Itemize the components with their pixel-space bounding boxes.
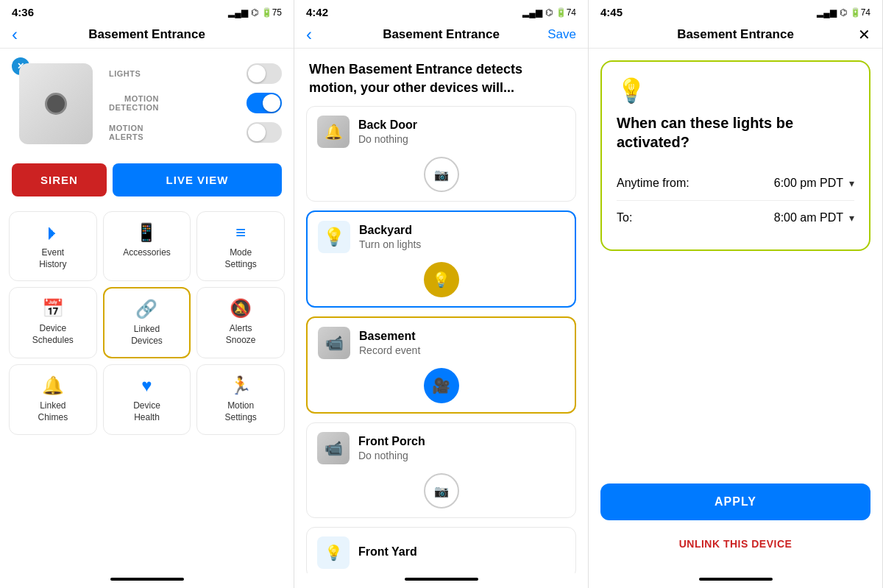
panel-motion-devices: 4:42 ▂▄▆ ⌬ 🔋74 ‹ Basement Entrance Save … bbox=[294, 0, 589, 588]
linked-devices-label: LinkedDevices bbox=[131, 324, 163, 347]
signal-icon-3: ▂▄▆ bbox=[817, 7, 837, 18]
linked-chimes-label: LinkedChimes bbox=[38, 400, 68, 423]
wifi-icon-2: ⌬ bbox=[545, 7, 553, 18]
lights-label: LIGHTS bbox=[109, 69, 141, 78]
status-icons-1: ▂▄▆ ⌬ 🔋75 bbox=[228, 7, 282, 18]
back-button-1[interactable]: ‹ bbox=[12, 24, 18, 45]
device-health-icon: ♥ bbox=[141, 375, 152, 396]
device-item-front-yard[interactable]: 💡 Front Yard bbox=[306, 527, 576, 573]
motion-detection-toggle[interactable] bbox=[247, 93, 282, 113]
anytime-from-row[interactable]: Anytime from: 6:00 pm PDT ▾ bbox=[617, 166, 854, 201]
grid-item-mode-settings[interactable]: ≡ ModeSettings bbox=[196, 211, 285, 281]
apply-button[interactable]: APPLY bbox=[600, 483, 870, 520]
grid-item-event-history[interactable]: ⏵ EventHistory bbox=[9, 211, 97, 281]
grid-item-device-schedules[interactable]: 📅 DeviceSchedules bbox=[9, 287, 97, 358]
lights-question: When can these lights be activated? bbox=[617, 113, 854, 152]
front-porch-action-btn: 📷 bbox=[317, 473, 565, 509]
lights-card-icon: 💡 bbox=[617, 77, 854, 105]
event-history-icon: ⏵ bbox=[44, 222, 62, 243]
record-icon-basement: 🎥 bbox=[432, 377, 450, 394]
home-bar-line-1 bbox=[110, 578, 184, 581]
device-health-label: DeviceHealth bbox=[133, 400, 160, 423]
status-icons-3: ▂▄▆ ⌬ 🔋74 bbox=[817, 7, 870, 18]
motion-settings-icon: 🏃 bbox=[230, 375, 252, 396]
controls-section: LIGHTS MOTIONDETECTION MOTIONALERTS bbox=[109, 57, 282, 143]
backyard-action-circle[interactable]: 💡 bbox=[424, 262, 459, 297]
mode-settings-icon: ≡ bbox=[235, 222, 246, 243]
grid-item-linked-devices[interactable]: 🔗 LinkedDevices bbox=[103, 287, 191, 358]
motion-detection-row: MOTIONDETECTION bbox=[109, 93, 282, 113]
accessories-label: Accessories bbox=[123, 247, 171, 259]
accessories-icon: 📱 bbox=[135, 222, 157, 243]
save-button[interactable]: Save bbox=[547, 27, 576, 42]
unlink-button[interactable]: UNLINK THIS DEVICE bbox=[600, 532, 870, 556]
home-bar-2 bbox=[294, 573, 588, 588]
grid-section: ⏵ EventHistory 📱 Accessories ≡ ModeSetti… bbox=[0, 205, 294, 573]
alerts-snooze-label: AlertsSnooze bbox=[226, 323, 256, 346]
device-name-basement: Basement bbox=[359, 330, 564, 343]
device-thumb-back-door: 🔔 bbox=[317, 116, 350, 148]
back-door-action-btn: 📷 bbox=[317, 157, 565, 192]
grid-item-device-health[interactable]: ♥ DeviceHealth bbox=[103, 364, 191, 434]
device-schedules-icon: 📅 bbox=[42, 298, 64, 319]
lights-toggle[interactable] bbox=[247, 63, 282, 84]
motion-alerts-row: MOTIONALERTS bbox=[109, 122, 282, 143]
linked-chimes-icon: 🔔 bbox=[42, 375, 64, 396]
back-button-2[interactable]: ‹ bbox=[306, 24, 312, 45]
motion-settings-label: MotionSettings bbox=[224, 400, 256, 423]
status-bar-2: 4:42 ▂▄▆ ⌬ 🔋74 bbox=[294, 0, 588, 21]
status-time-1: 4:36 bbox=[12, 6, 34, 18]
device-thumb-backyard: 💡 bbox=[318, 221, 350, 253]
lights-schedule-card: 💡 When can these lights be activated? An… bbox=[600, 60, 870, 251]
device-header-basement: 📹 Basement Record event bbox=[308, 318, 575, 368]
feature-grid: ⏵ EventHistory 📱 Accessories ≡ ModeSetti… bbox=[9, 211, 285, 435]
home-bar-3 bbox=[589, 573, 882, 588]
panel-lights-schedule: 4:45 ▂▄▆ ⌬ 🔋74 Basement Entrance ✕ 💡 Whe… bbox=[589, 0, 883, 588]
event-history-label: EventHistory bbox=[39, 247, 66, 270]
alerts-toggle-knob bbox=[248, 124, 266, 141]
signal-icon: ▂▄▆ bbox=[228, 7, 248, 18]
mode-settings-label: ModeSettings bbox=[224, 247, 256, 270]
back-door-action-circle[interactable]: 📷 bbox=[424, 157, 459, 192]
device-item-basement[interactable]: 📹 Basement Record event 🎥 bbox=[306, 316, 576, 414]
battery-icon-2: 🔋74 bbox=[556, 7, 576, 18]
device-item-front-porch[interactable]: 📹 Front Porch Do nothing 📷 bbox=[306, 422, 576, 518]
device-info-backyard: Backyard Turn on lights bbox=[359, 224, 564, 250]
to-label: To: bbox=[617, 211, 632, 224]
status-icons-2: ▂▄▆ ⌬ 🔋74 bbox=[522, 7, 576, 18]
to-time: 8:00 am PDT bbox=[774, 211, 843, 224]
panel3-bottom: APPLY UNLINK THIS DEVICE bbox=[589, 483, 882, 573]
to-value: 8:00 am PDT ▾ bbox=[774, 211, 854, 224]
device-item-backyard[interactable]: 💡 Backyard Turn on lights 💡 bbox=[306, 210, 576, 308]
signal-icon-2: ▂▄▆ bbox=[522, 7, 542, 18]
device-header-front-yard: 💡 Front Yard bbox=[307, 528, 575, 573]
camera-icon-front-porch: 📹 bbox=[325, 439, 343, 457]
status-time-2: 4:42 bbox=[306, 6, 328, 18]
to-row[interactable]: To: 8:00 am PDT ▾ bbox=[617, 201, 854, 235]
status-bar-3: 4:45 ▂▄▆ ⌬ 🔋74 bbox=[589, 0, 882, 21]
grid-item-linked-chimes[interactable]: 🔔 LinkedChimes bbox=[9, 364, 97, 434]
basement-action-circle[interactable]: 🎥 bbox=[424, 368, 459, 403]
battery-icon: 🔋75 bbox=[261, 7, 282, 18]
front-porch-action-circle[interactable]: 📷 bbox=[424, 473, 459, 509]
basement-action-btn: 🎥 bbox=[318, 368, 564, 403]
panel3-title: Basement Entrance bbox=[677, 27, 794, 42]
device-schedules-label: DeviceSchedules bbox=[32, 323, 74, 346]
live-view-button[interactable]: LIVE VIEW bbox=[113, 163, 282, 196]
battery-icon-3: 🔋74 bbox=[850, 7, 870, 18]
camera-icon-fp: 📷 bbox=[434, 484, 449, 498]
grid-item-motion-settings[interactable]: 🏃 MotionSettings bbox=[196, 364, 285, 434]
device-item-back-door[interactable]: 🔔 Back Door Do nothing 📷 bbox=[306, 106, 576, 202]
close-button[interactable]: ✕ bbox=[858, 26, 870, 43]
device-info-back-door: Back Door Do nothing bbox=[358, 118, 565, 145]
grid-item-alerts-snooze[interactable]: 🔕 AlertsSnooze bbox=[196, 287, 285, 358]
camera-section: ✕ LIGHTS MOTIONDETECTION MOTIONALERTS bbox=[0, 49, 294, 155]
anytime-from-value: 6:00 pm PDT ▾ bbox=[774, 177, 854, 190]
status-bar-1: 4:36 ▂▄▆ ⌬ 🔋75 bbox=[0, 0, 294, 21]
grid-item-accessories[interactable]: 📱 Accessories bbox=[103, 211, 191, 281]
nav-bar-1: ‹ Basement Entrance bbox=[0, 21, 294, 49]
motion-alerts-toggle[interactable] bbox=[247, 122, 282, 143]
wifi-icon: ⌬ bbox=[251, 7, 258, 18]
status-time-3: 4:45 bbox=[600, 6, 623, 18]
siren-button[interactable]: SIREN bbox=[12, 163, 107, 196]
